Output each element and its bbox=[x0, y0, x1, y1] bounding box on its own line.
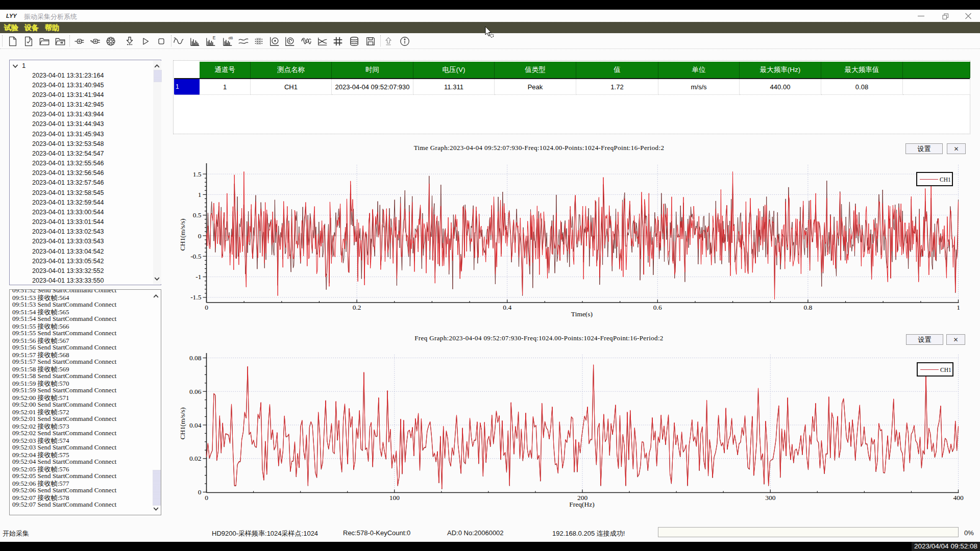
svg-text:0.04: 0.04 bbox=[189, 421, 202, 429]
svg-text:-1.5: -1.5 bbox=[190, 293, 202, 301]
svg-text:1: 1 bbox=[957, 304, 960, 311]
svg-text:0.4: 0.4 bbox=[503, 304, 511, 311]
svg-text:0: 0 bbox=[205, 494, 208, 502]
svg-text:1: 1 bbox=[198, 191, 202, 198]
svg-text:0.08: 0.08 bbox=[189, 354, 202, 362]
svg-text:0.8: 0.8 bbox=[803, 304, 812, 311]
svg-text:Freq(Hz): Freq(Hz) bbox=[569, 500, 594, 508]
svg-text:0: 0 bbox=[198, 232, 202, 240]
svg-text:dB: dB bbox=[228, 36, 233, 40]
svg-text:0.6: 0.6 bbox=[653, 304, 662, 311]
svg-text:0: 0 bbox=[198, 488, 202, 496]
svg-text:0.02: 0.02 bbox=[189, 455, 202, 462]
svg-text:0.2: 0.2 bbox=[353, 304, 361, 311]
svg-text:0.06: 0.06 bbox=[189, 388, 202, 395]
svg-text:-1: -1 bbox=[195, 273, 201, 281]
svg-text:0: 0 bbox=[205, 304, 208, 311]
svg-text:300: 300 bbox=[765, 494, 776, 502]
svg-text:-0.5: -0.5 bbox=[190, 253, 202, 260]
svg-text:CH1(m/s/s): CH1(m/s/s) bbox=[179, 407, 186, 439]
svg-text:Time(s): Time(s) bbox=[571, 310, 593, 317]
svg-text:0.5: 0.5 bbox=[193, 211, 202, 219]
svg-text:1.5: 1.5 bbox=[193, 170, 202, 178]
svg-text:400: 400 bbox=[953, 494, 964, 502]
svg-text:CH1(m/s/s): CH1(m/s/s) bbox=[179, 218, 186, 251]
svg-text:E: E bbox=[213, 36, 216, 40]
svg-text:100: 100 bbox=[389, 494, 400, 502]
